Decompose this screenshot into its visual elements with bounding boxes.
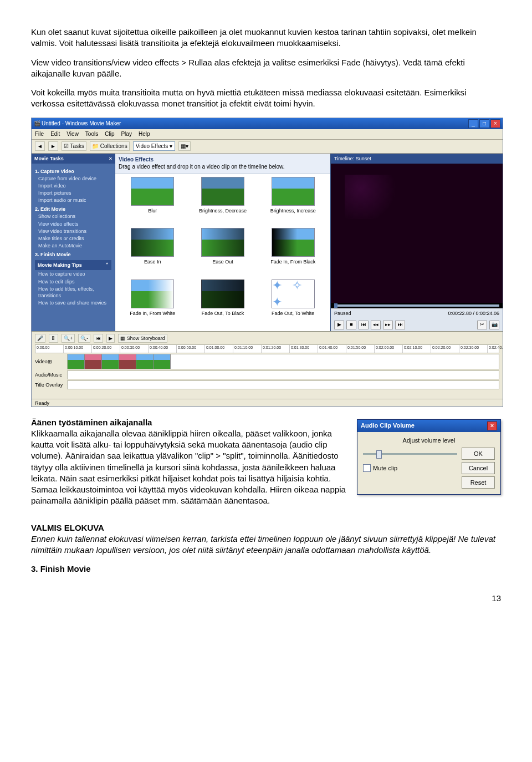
menu-view[interactable]: View xyxy=(66,130,79,138)
task-tip[interactable]: How to save and share movies xyxy=(38,299,111,306)
task-item[interactable]: Import pictures xyxy=(38,190,111,196)
chevron-up-icon[interactable]: ˄ xyxy=(106,262,109,268)
dialog-close-button[interactable]: × xyxy=(487,421,497,430)
tl-zoomout-icon[interactable]: 🔍- xyxy=(78,334,90,343)
toolbar-tasks[interactable]: ☑ Tasks xyxy=(62,141,86,151)
toolbar-collections[interactable]: 📁 Collections xyxy=(90,141,130,151)
dialog-volume-slider[interactable] xyxy=(363,449,457,458)
tl-show-storyboard[interactable]: ▦ Show Storyboard xyxy=(118,334,167,343)
task-tip[interactable]: How to add titles, effects, transitions xyxy=(38,286,111,299)
dialog-title: Audio Clip Volume xyxy=(361,421,415,430)
preview-title: Timeline: Sunset xyxy=(331,154,503,164)
wmm-preview: Timeline: Sunset Paused 0:00:22.80 / 0:0… xyxy=(330,154,503,331)
task-tip[interactable]: How to capture video xyxy=(38,271,111,277)
task-item[interactable]: Make titles or credits xyxy=(38,235,111,242)
task-tips-title: Movie Making Tips xyxy=(38,262,82,268)
tl-tick: 0:00.00 xyxy=(35,345,64,353)
preview-video xyxy=(331,164,503,303)
rewind-button[interactable]: ◂◂ xyxy=(371,321,381,329)
prev-button[interactable]: ⏮ xyxy=(359,321,369,329)
fx-item[interactable]: Ease Out xyxy=(190,228,256,276)
task-panel-close-icon[interactable]: × xyxy=(109,155,112,162)
wmm-task-panel: Movie Tasks× 1. Capture Video Capture fr… xyxy=(32,154,115,331)
task-item[interactable]: Import video xyxy=(38,182,111,189)
tl-tick: 0:00:20.00 xyxy=(92,345,120,353)
tl-narrate-icon[interactable]: 🎤 xyxy=(35,334,45,343)
tl-audio-track[interactable] xyxy=(67,370,499,379)
task-edit-heading[interactable]: 2. Edit Movie xyxy=(35,206,111,212)
tl-audio-label: Audio/Music xyxy=(35,370,67,379)
stop-button[interactable]: ■ xyxy=(346,321,356,329)
finish-movie-heading: 3. Finish Movie xyxy=(31,563,501,575)
paragraph-2: View video transitions/view video effect… xyxy=(31,57,501,80)
menu-edit[interactable]: Edit xyxy=(50,130,60,138)
fx-item[interactable]: Fade Out, To White xyxy=(260,280,326,328)
fx-item[interactable]: Brightness, Increase xyxy=(260,177,326,225)
task-item[interactable]: Capture from video device xyxy=(38,175,111,182)
task-item[interactable]: Import audio or music xyxy=(38,197,111,204)
toolbar-collection-dropdown[interactable]: Video Effects ▾ xyxy=(133,141,175,151)
task-item[interactable]: View video effects xyxy=(38,221,111,227)
fx-item[interactable]: Fade Out, To Black xyxy=(190,280,256,328)
menu-play[interactable]: Play xyxy=(121,130,131,138)
play-button[interactable]: ▶ xyxy=(334,321,344,329)
app-icon: 🎬 xyxy=(34,120,42,128)
split-button[interactable]: ✂ xyxy=(477,321,487,329)
forward-button[interactable]: ▸▸ xyxy=(383,321,393,329)
tl-video-label: Video ⊞ xyxy=(35,354,67,369)
tl-play-icon[interactable]: ▶ xyxy=(106,334,115,343)
dialog-reset-button[interactable]: Reset xyxy=(462,476,495,489)
tl-tick: 0:01:00.00 xyxy=(205,345,233,353)
dialog-ok-button[interactable]: OK xyxy=(462,448,495,460)
audio-section-heading: Äänen työstäminen aikajanalla xyxy=(31,418,152,427)
task-item[interactable]: View video transitions xyxy=(38,228,111,235)
tl-ruler[interactable]: 0:00.000:00:10.000:00:20.000:00:30.000:0… xyxy=(35,344,499,353)
toolbar-fwd-icon[interactable]: ► xyxy=(48,141,58,151)
task-item[interactable]: Show collections xyxy=(38,213,111,220)
wmm-statusbar: Ready xyxy=(32,399,503,407)
next-button[interactable]: ⏭ xyxy=(395,321,405,329)
menu-help[interactable]: Help xyxy=(139,130,150,138)
fx-item[interactable]: Brightness, Decrease xyxy=(190,177,256,225)
tl-title-label: Title Overlay xyxy=(35,380,67,389)
wmm-title: Untitled - Windows Movie Maker xyxy=(42,120,121,128)
dialog-mute-checkbox[interactable]: Mute clip xyxy=(363,464,457,473)
task-finish-heading[interactable]: 3. Finish Movie xyxy=(35,251,111,258)
task-capture-heading[interactable]: 1. Capture Video xyxy=(35,168,111,175)
task-item[interactable]: Make an AutoMovie xyxy=(38,242,111,249)
close-button[interactable]: × xyxy=(490,119,500,128)
tl-tick: 0:01:40.00 xyxy=(318,345,346,353)
audio-section-body: Klikkaamalla aikajanalla olevaa ääniklip… xyxy=(31,429,346,506)
fx-subtitle: Drag a video effect and drop it on a vid… xyxy=(119,163,327,171)
tl-levels-icon[interactable]: 🎚 xyxy=(49,334,58,343)
tl-tick: 0:01:50.00 xyxy=(346,345,375,353)
tl-video-track[interactable] xyxy=(67,354,499,369)
wmm-effects-panel: Video Effects Drag a video effect and dr… xyxy=(115,154,330,331)
menu-clip[interactable]: Clip xyxy=(105,130,114,138)
toolbar-view-icon[interactable]: ▦▾ xyxy=(178,141,191,151)
fx-item[interactable]: Fade In, From White xyxy=(120,280,186,328)
valmis-body: Ennen kuin tallennat elokuvasi viimeisen… xyxy=(31,534,501,556)
dialog-cancel-button[interactable]: Cancel xyxy=(462,462,495,474)
maximize-button[interactable]: □ xyxy=(479,119,489,128)
tl-rewind-icon[interactable]: ⏮ xyxy=(94,334,103,343)
tl-tick: 0:02:00.00 xyxy=(375,345,403,353)
menu-tools[interactable]: Tools xyxy=(85,130,98,138)
paragraph-3: Voit kokeilla myös muita transitioita mu… xyxy=(31,87,501,110)
fx-item[interactable]: Fade In, From Black xyxy=(260,228,326,276)
minimize-button[interactable]: _ xyxy=(468,119,478,128)
tl-tick: 0:01:10.00 xyxy=(233,345,262,353)
toolbar-back-icon[interactable]: ◄ xyxy=(35,141,45,151)
tl-title-track[interactable] xyxy=(67,380,499,389)
fx-item[interactable]: Ease In xyxy=(120,228,186,276)
wmm-timeline: 🎤 🎚 🔍+ 🔍- ⏮ ▶ ▦ Show Storyboard 0:00.000… xyxy=(32,331,503,399)
preview-seekbar[interactable] xyxy=(334,304,499,307)
task-panel-title: Movie Tasks xyxy=(34,155,64,162)
wmm-screenshot: 🎬 Untitled - Windows Movie Maker _ □ × F… xyxy=(31,118,503,407)
fx-item[interactable]: Blur xyxy=(120,177,186,225)
task-tip[interactable]: How to edit clips xyxy=(38,278,111,285)
fx-title: Video Effects xyxy=(119,156,327,164)
snapshot-button[interactable]: 📷 xyxy=(489,321,499,329)
tl-zoomin-icon[interactable]: 🔍+ xyxy=(62,334,75,343)
menu-file[interactable]: File xyxy=(35,130,44,138)
